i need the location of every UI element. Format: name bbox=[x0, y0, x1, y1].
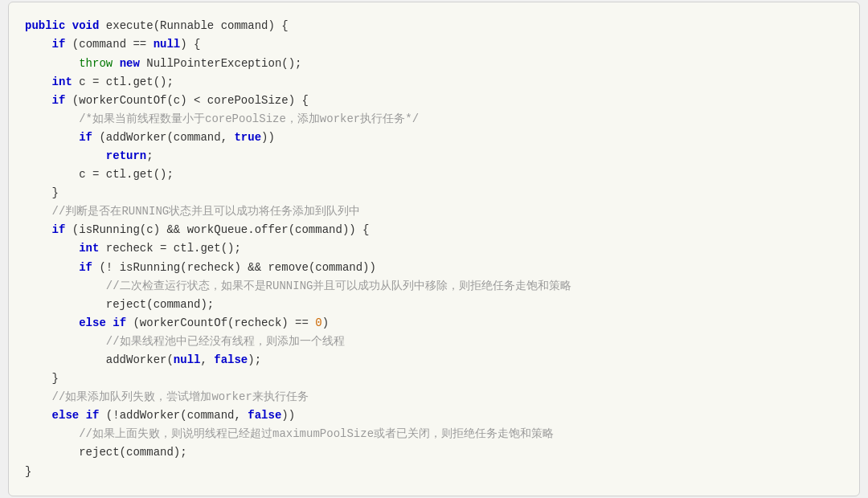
code-token bbox=[25, 223, 52, 236]
code-token bbox=[25, 76, 52, 88]
code-token: addWorker( bbox=[25, 353, 174, 366]
code-line: if (isRunning(c) && workQueue.offer(comm… bbox=[25, 221, 843, 239]
code-token: } bbox=[25, 465, 31, 478]
code-token: return bbox=[106, 149, 146, 162]
code-token: if bbox=[79, 261, 92, 274]
code-token: ) { bbox=[268, 19, 288, 32]
code-token bbox=[25, 316, 79, 329]
code-line: if (addWorker(command, true)) bbox=[25, 129, 843, 147]
code-token: { bbox=[187, 38, 201, 51]
code-token bbox=[113, 57, 119, 70]
code-token: (!addWorker(command, bbox=[99, 409, 248, 422]
code-token: c = ctl.get(); bbox=[72, 76, 174, 88]
code-token: ; bbox=[146, 149, 153, 162]
code-token: )) bbox=[261, 131, 275, 144]
code-token: (! isRunning(recheck) && remove(command)… bbox=[92, 261, 376, 274]
code-line: if (workerCountOf(c) < corePoolSize) { bbox=[25, 92, 843, 110]
code-line: if (! isRunning(recheck) && remove(comma… bbox=[25, 259, 843, 277]
code-token: new bbox=[120, 57, 140, 70]
code-token: if bbox=[79, 131, 92, 144]
code-token bbox=[25, 242, 79, 255]
code-token: execute bbox=[106, 19, 154, 32]
code-token: if bbox=[52, 94, 66, 107]
code-line: //如果线程池中已经没有线程，则添加一个线程 bbox=[25, 333, 843, 351]
code-token: NullPointerException(); bbox=[140, 57, 302, 70]
code-line: } bbox=[25, 369, 843, 388]
code-token: if bbox=[52, 223, 66, 236]
code-token bbox=[25, 149, 106, 162]
code-line: reject(command); bbox=[25, 296, 843, 314]
code-token: /*如果当前线程数量小于corePoolSize，添加worker执行任务*/ bbox=[25, 112, 419, 125]
code-token: Runnable bbox=[160, 19, 214, 32]
code-token: public bbox=[25, 19, 72, 32]
code-token: if bbox=[52, 38, 66, 51]
code-line: else if (!addWorker(command, false)) bbox=[25, 406, 843, 425]
code-token: recheck = ctl.get(); bbox=[99, 242, 240, 255]
code-token: ) bbox=[180, 38, 186, 51]
code-token: else bbox=[79, 316, 106, 329]
code-token: reject(command); bbox=[25, 446, 187, 459]
code-token: null bbox=[174, 353, 201, 366]
code-token: int bbox=[79, 242, 99, 255]
code-content: public void execute(Runnable command) { … bbox=[25, 17, 843, 480]
code-line: return; bbox=[25, 147, 843, 165]
code-token: true bbox=[234, 131, 261, 144]
code-line: } bbox=[25, 184, 843, 202]
code-line: int c = ctl.get(); bbox=[25, 73, 843, 92]
code-token: //如果添加队列失败，尝试增加worker来执行任务 bbox=[25, 390, 309, 403]
code-line: reject(command); bbox=[25, 443, 843, 462]
code-token: 0 bbox=[315, 316, 321, 329]
code-token: (workerCountOf(c) < corePoolSize) { bbox=[65, 94, 308, 107]
code-token: } bbox=[25, 372, 59, 385]
code-token: ) bbox=[322, 316, 329, 329]
code-token bbox=[25, 261, 79, 274]
code-line: //判断是否在RUNNING状态并且可以成功将任务添加到队列中 bbox=[25, 202, 843, 221]
code-token bbox=[25, 409, 52, 422]
code-token: //如果上面失败，则说明线程已经超过maximumPoolSize或者已关闭，则… bbox=[25, 427, 554, 440]
code-token: , bbox=[200, 353, 214, 366]
code-token: reject(command); bbox=[25, 298, 214, 311]
code-token: ( bbox=[154, 19, 160, 32]
code-line: else if (workerCountOf(recheck) == 0) bbox=[25, 314, 843, 333]
code-token: //如果线程池中已经没有线程，则添加一个线程 bbox=[25, 335, 345, 348]
code-token bbox=[25, 94, 52, 107]
code-token: command bbox=[214, 19, 268, 32]
code-token: (workerCountOf(recheck) == bbox=[126, 316, 315, 329]
code-line: /*如果当前线程数量小于corePoolSize，添加worker执行任务*/ bbox=[25, 110, 843, 129]
code-token: c = ctl.get(); bbox=[25, 168, 174, 181]
code-line: //如果添加队列失败，尝试增加worker来执行任务 bbox=[25, 388, 843, 406]
code-line: addWorker(null, false); bbox=[25, 351, 843, 369]
code-token bbox=[25, 38, 52, 51]
code-line: public void execute(Runnable command) { bbox=[25, 17, 843, 35]
code-token: throw bbox=[79, 57, 113, 70]
code-token: if bbox=[86, 409, 100, 422]
code-token: void bbox=[72, 19, 106, 32]
code-token: false bbox=[248, 409, 281, 422]
code-token: } bbox=[25, 186, 59, 199]
code-token bbox=[106, 316, 113, 329]
code-token: )) bbox=[281, 409, 295, 422]
code-block: public void execute(Runnable command) { … bbox=[8, 2, 860, 496]
code-token: (isRunning(c) && workQueue.offer(command… bbox=[65, 223, 369, 236]
code-token bbox=[25, 131, 79, 144]
code-token: ); bbox=[248, 353, 261, 366]
code-line: //二次检查运行状态，如果不是RUNNING并且可以成功从队列中移除，则拒绝任务… bbox=[25, 277, 843, 296]
code-token: if bbox=[113, 316, 126, 329]
code-token: int bbox=[52, 76, 72, 88]
code-token: //判断是否在RUNNING状态并且可以成功将任务添加到队列中 bbox=[25, 205, 360, 218]
code-line: } bbox=[25, 463, 843, 481]
code-token bbox=[25, 57, 79, 70]
code-token: false bbox=[214, 353, 248, 366]
code-line: throw new NullPointerException(); bbox=[25, 55, 843, 73]
code-token: (command == bbox=[65, 38, 153, 51]
code-token: null bbox=[154, 38, 181, 51]
code-token bbox=[79, 409, 85, 422]
code-line: if (command == null) { bbox=[25, 35, 843, 54]
code-token: (addWorker(command, bbox=[92, 131, 234, 144]
code-token: //二次检查运行状态，如果不是RUNNING并且可以成功从队列中移除，则拒绝任务… bbox=[25, 280, 571, 292]
code-line: int recheck = ctl.get(); bbox=[25, 239, 843, 258]
code-line: c = ctl.get(); bbox=[25, 165, 843, 184]
code-token: else bbox=[52, 409, 80, 422]
code-line: //如果上面失败，则说明线程已经超过maximumPoolSize或者已关闭，则… bbox=[25, 425, 843, 443]
